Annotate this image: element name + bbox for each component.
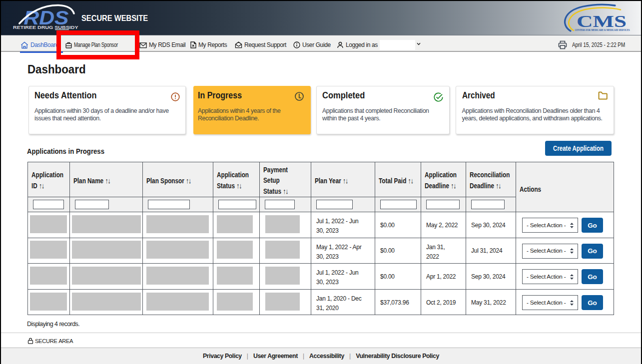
svg-text:CENTERS FOR MEDICARE & MEDICAI: CENTERS FOR MEDICARE & MEDICAID SERVICES — [575, 28, 630, 31]
svg-text:CMS: CMS — [577, 12, 627, 30]
svg-text:RETIREE DRUG SUBSIDY: RETIREE DRUG SUBSIDY — [13, 25, 78, 30]
